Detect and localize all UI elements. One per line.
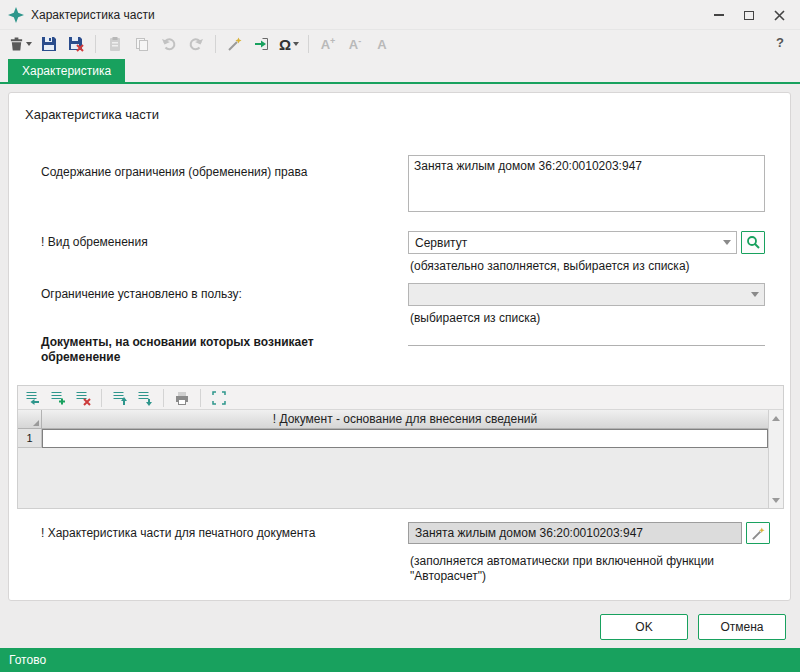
help-button[interactable]: ? bbox=[770, 32, 790, 52]
insert-row-icon bbox=[25, 390, 41, 406]
paste-icon bbox=[107, 36, 123, 52]
expand-icon bbox=[211, 390, 227, 406]
search-icon bbox=[746, 235, 761, 250]
close-icon bbox=[774, 10, 785, 21]
app-icon bbox=[8, 7, 24, 23]
special-characters-button[interactable]: Ω bbox=[277, 32, 301, 56]
save-close-button[interactable] bbox=[64, 32, 88, 56]
paste-button[interactable] bbox=[103, 32, 127, 56]
table-header-row: ! Документ - основание для внесения свед… bbox=[18, 410, 783, 429]
copy-button[interactable] bbox=[130, 32, 154, 56]
in-favor-hint: (выбирается из списка) bbox=[410, 311, 540, 325]
autocalc-button[interactable] bbox=[746, 522, 770, 544]
goto-button[interactable] bbox=[250, 32, 274, 56]
redo-icon bbox=[188, 36, 204, 52]
printable-characteristic-hint: (заполняется автоматически при включенно… bbox=[410, 554, 766, 584]
ok-button[interactable]: OK bbox=[600, 614, 688, 640]
close-button[interactable] bbox=[764, 2, 794, 28]
undo-button[interactable] bbox=[157, 32, 181, 56]
printable-characteristic-label: ! Характеристика части для печатного док… bbox=[41, 526, 315, 540]
in-favor-label: Ограничение установлено в пользу: bbox=[41, 287, 242, 301]
table-scrollbar[interactable] bbox=[768, 410, 783, 508]
trash-icon bbox=[9, 36, 24, 52]
window-title: Характеристика части bbox=[31, 8, 155, 22]
printable-characteristic-input[interactable] bbox=[408, 522, 742, 544]
scroll-down-button[interactable] bbox=[769, 493, 783, 507]
dropdown-caret-icon bbox=[26, 42, 32, 46]
document-cell[interactable] bbox=[42, 429, 768, 448]
wand-icon bbox=[751, 526, 766, 541]
encumbrance-type-hint: (обязательно заполняется, выбирается из … bbox=[410, 259, 690, 273]
documents-section-label: Документы, на основании которых возникае… bbox=[41, 335, 376, 365]
undo-icon bbox=[161, 36, 177, 52]
expand-table-button[interactable] bbox=[208, 388, 230, 408]
minimize-icon bbox=[714, 14, 724, 16]
encumbrance-type-search-button[interactable] bbox=[741, 231, 765, 254]
main-area: Характеристика части Содержание ограниче… bbox=[0, 84, 800, 648]
document-column-header: ! Документ - основание для внесения свед… bbox=[42, 410, 768, 428]
restriction-content-textarea[interactable] bbox=[408, 155, 765, 212]
maximize-icon bbox=[744, 11, 754, 20]
wand-icon bbox=[227, 36, 243, 52]
dropdown-caret-icon bbox=[293, 42, 299, 46]
insert-row-button[interactable] bbox=[22, 388, 44, 408]
save-close-icon bbox=[68, 36, 84, 52]
copy-icon bbox=[134, 36, 150, 52]
encumbrance-type-value: Сервитут bbox=[415, 236, 467, 250]
cancel-button[interactable]: Отмена bbox=[698, 614, 786, 640]
maximize-button[interactable] bbox=[734, 2, 764, 28]
section-divider bbox=[408, 345, 765, 346]
scroll-up-button[interactable] bbox=[769, 411, 783, 425]
form-panel: Характеристика части Содержание ограниче… bbox=[8, 92, 791, 601]
delete-button[interactable] bbox=[7, 32, 34, 56]
font-decrease-icon: A- bbox=[349, 38, 361, 51]
font-decrease-button[interactable]: A- bbox=[343, 32, 367, 56]
table-row: 1 bbox=[18, 429, 783, 448]
restriction-content-label: Содержание ограничения (обременения) пра… bbox=[41, 165, 371, 179]
delete-row-button[interactable] bbox=[72, 388, 94, 408]
move-row-down-button[interactable] bbox=[134, 388, 156, 408]
tab-characteristic[interactable]: Характеристика bbox=[8, 59, 125, 84]
move-row-up-button[interactable] bbox=[109, 388, 131, 408]
printer-icon bbox=[174, 390, 190, 406]
scroll-up-icon bbox=[772, 416, 780, 421]
encumbrance-type-label: ! Вид обременения bbox=[41, 235, 148, 249]
font-reset-button[interactable]: A bbox=[370, 32, 394, 56]
section-title: Характеристика части bbox=[25, 107, 159, 122]
tab-strip: Характеристика bbox=[0, 58, 800, 84]
toolbar-separator bbox=[95, 35, 96, 53]
status-bar: Готово bbox=[0, 648, 800, 672]
save-button[interactable] bbox=[37, 32, 61, 56]
documents-table-block: ! Документ - основание для внесения свед… bbox=[17, 385, 784, 509]
chevron-down-icon[interactable] bbox=[718, 232, 736, 253]
print-table-button[interactable] bbox=[171, 388, 193, 408]
wand-button[interactable] bbox=[223, 32, 247, 56]
documents-table: ! Документ - основание для внесения свед… bbox=[18, 410, 783, 508]
toolbar-separator bbox=[308, 35, 309, 53]
goto-icon bbox=[254, 36, 270, 52]
toolbar-separator bbox=[215, 35, 216, 53]
add-row-button[interactable] bbox=[47, 388, 69, 408]
toolbar-separator bbox=[101, 389, 102, 407]
titlebar: Характеристика части bbox=[0, 0, 800, 30]
main-toolbar: Ω A+ A- A ? bbox=[0, 30, 800, 58]
font-increase-button[interactable]: A+ bbox=[316, 32, 340, 56]
font-reset-icon: A bbox=[377, 38, 386, 51]
move-down-icon bbox=[137, 390, 153, 406]
in-favor-combobox[interactable] bbox=[408, 283, 765, 306]
add-row-icon bbox=[50, 390, 66, 406]
status-text: Готово bbox=[9, 653, 46, 667]
toolbar-separator bbox=[200, 389, 201, 407]
table-toolbar bbox=[18, 386, 783, 410]
row-number-header bbox=[18, 410, 42, 428]
scroll-down-icon bbox=[772, 498, 780, 503]
redo-button[interactable] bbox=[184, 32, 208, 56]
chevron-down-icon[interactable] bbox=[746, 284, 764, 305]
encumbrance-type-combobox[interactable]: Сервитут bbox=[408, 231, 737, 254]
save-icon bbox=[41, 36, 57, 52]
minimize-button[interactable] bbox=[704, 2, 734, 28]
move-up-icon bbox=[112, 390, 128, 406]
delete-row-icon bbox=[75, 390, 91, 406]
row-number-cell: 1 bbox=[18, 429, 42, 448]
toolbar-separator bbox=[163, 389, 164, 407]
